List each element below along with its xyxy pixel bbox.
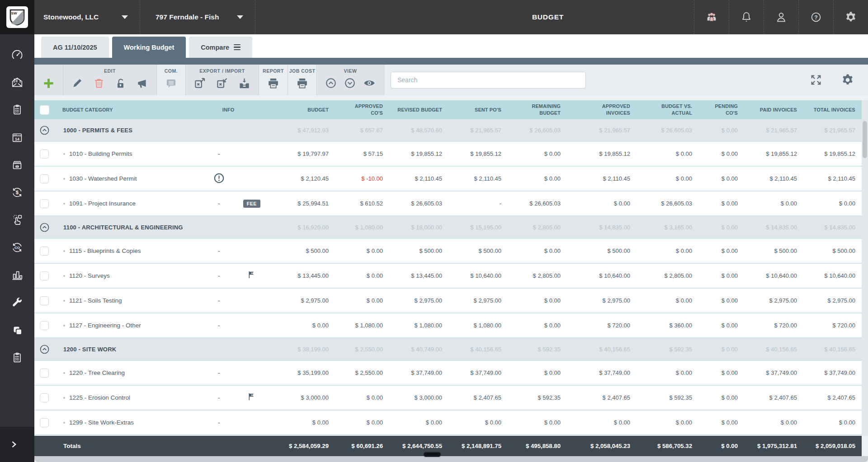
row-checkbox[interactable]: [40, 174, 49, 183]
vertical-scrollbar[interactable]: [862, 100, 868, 436]
row-checkbox[interactable]: [40, 418, 49, 427]
comments-button[interactable]: [165, 77, 177, 89]
column-header[interactable]: BUDGET CATEGORY: [54, 100, 190, 119]
svg-text:A: A: [251, 272, 253, 275]
select-all-checkbox[interactable]: [40, 105, 49, 115]
row-checkbox[interactable]: [40, 321, 49, 330]
sidebar-item-selections[interactable]: [0, 206, 34, 233]
fullscreen-button[interactable]: [809, 73, 823, 87]
budget-value: $ 1,080.00: [335, 216, 389, 238]
budget-value: $ 40,156.65: [803, 338, 862, 360]
report-print-button[interactable]: [267, 77, 279, 89]
budget-value: $ 2,975.00: [567, 289, 637, 313]
budget-category-label[interactable]: 1030 - Watershed Permit: [69, 175, 137, 182]
clipboard-icon: [10, 103, 24, 117]
budget-group-label[interactable]: 1200 - SITE WORK: [63, 346, 116, 353]
budget-category-label[interactable]: 1115 - Blueprints & Copies: [69, 247, 141, 254]
collapse-group-button[interactable]: [39, 125, 50, 135]
budget-group-label[interactable]: 1100 - ARCHITECTURAL & ENGINEERING: [63, 224, 183, 231]
budget-value: $ 610.52: [335, 191, 389, 215]
lock-button[interactable]: [115, 77, 127, 89]
sidebar-item-dashboard[interactable]: [0, 41, 34, 68]
column-header[interactable]: REMAININGBUDGET: [508, 100, 567, 119]
account-button[interactable]: [764, 0, 798, 34]
budget-group-label[interactable]: 1000 - PERMITS & FEES: [63, 127, 132, 134]
project-selector[interactable]: 797 Ferndale - Fish: [140, 0, 255, 34]
collapse-group-button[interactable]: [39, 222, 50, 233]
sidebar-item-warranty[interactable]: [0, 289, 34, 316]
search-input[interactable]: [391, 72, 586, 89]
column-header[interactable]: TOTAL INVOICES: [803, 100, 862, 119]
export-button[interactable]: [194, 77, 206, 89]
column-header[interactable]: PENDINGCO'S: [698, 100, 744, 119]
scrollbar-thumb[interactable]: [863, 121, 867, 158]
budget-value: $ 3,165.00: [637, 216, 698, 238]
sidebar-item-todos[interactable]: [0, 344, 34, 371]
sidebar-item-templates[interactable]: [0, 316, 34, 344]
flag-button[interactable]: A: [247, 271, 256, 281]
announce-button[interactable]: [137, 77, 148, 89]
budget-category-label[interactable]: 1120 - Surveys: [69, 272, 110, 279]
save-archive-button[interactable]: [238, 77, 250, 89]
row-checkbox[interactable]: [40, 393, 49, 402]
alert-button[interactable]: [213, 173, 225, 185]
column-header[interactable]: BUDGET VS.ACTUAL: [637, 100, 698, 119]
budget-value: $ 0.00: [637, 361, 698, 385]
flag-button[interactable]: A: [247, 392, 256, 403]
tab-working-budget[interactable]: Working Budget: [112, 37, 186, 58]
column-header[interactable]: REVISED BUDGET: [389, 100, 448, 119]
row-checkbox[interactable]: [40, 271, 49, 280]
tab-compare[interactable]: Compare: [189, 37, 252, 58]
notifications-button[interactable]: [729, 0, 764, 34]
company-selector[interactable]: Stonewood, LLC: [34, 0, 140, 34]
row-checkbox[interactable]: [40, 296, 49, 305]
expand-all-button[interactable]: [344, 77, 356, 89]
sidebar-item-messages[interactable]: [0, 68, 34, 96]
help-button[interactable]: ?: [798, 0, 833, 34]
column-header[interactable]: INFO: [190, 100, 267, 119]
column-header[interactable]: PAID INVOICES: [744, 100, 803, 119]
sidebar-item-reports[interactable]: [0, 261, 34, 289]
row-checkbox[interactable]: [40, 149, 49, 159]
sidebar-item-schedule[interactable]: 14: [0, 123, 34, 151]
sidebar-expand-button[interactable]: [0, 427, 34, 462]
column-header[interactable]: SENT PO'S: [448, 100, 508, 119]
budget-category-label[interactable]: 1121 - Soils Testing: [69, 297, 122, 304]
app-logo[interactable]: SW: [0, 0, 34, 34]
settings-button[interactable]: [833, 0, 868, 34]
budget-category-label[interactable]: 1127 - Engineering - Other: [69, 322, 141, 329]
sidebar-item-specs[interactable]: [0, 96, 34, 123]
toolbar-right: [805, 65, 868, 95]
row-checkbox[interactable]: [40, 369, 49, 378]
column-header[interactable]: APPROVEDINVOICES: [567, 100, 637, 119]
row-checkbox[interactable]: [40, 199, 49, 208]
collapse-group-button[interactable]: [39, 344, 50, 355]
sidebar-item-files[interactable]: [0, 151, 34, 178]
delete-button[interactable]: [93, 77, 105, 89]
add-line-button[interactable]: [42, 77, 55, 89]
import-button[interactable]: [216, 77, 228, 89]
column-header[interactable]: APPROVEDCO'S: [335, 100, 389, 119]
budget-value: $ 13,445.00: [267, 264, 335, 288]
budget-value: $ 37,749.00: [448, 361, 508, 385]
collapse-all-button[interactable]: [325, 77, 337, 89]
table-settings-button[interactable]: [841, 73, 854, 87]
visibility-button[interactable]: [363, 77, 376, 89]
team-button[interactable]: [694, 0, 729, 34]
budget-category-label[interactable]: 1225 - Erosion Control: [69, 394, 130, 401]
budget-category-label[interactable]: 1010 - Building Permits: [69, 150, 132, 157]
horizontal-scrollbar-handle[interactable]: [423, 452, 441, 457]
toolbar-edit-group: EDIT: [63, 65, 157, 95]
budget-value: $ 0.00: [744, 411, 803, 434]
sidebar-item-financials[interactable]: $: [0, 178, 34, 206]
budget-category-label[interactable]: 1091 - Project Insurance: [69, 200, 136, 207]
budget-category-label[interactable]: 1220 - Tree Clearing: [69, 369, 125, 376]
budget-category-label[interactable]: 1299 - Site Work-Extras: [69, 419, 134, 426]
tab-snapshot[interactable]: AG 11/10/2025: [41, 37, 109, 58]
budget-value: $ 500.00: [448, 239, 508, 263]
edit-button[interactable]: [71, 77, 83, 89]
row-checkbox[interactable]: [40, 247, 49, 256]
column-header[interactable]: BUDGET: [267, 100, 335, 119]
sidebar-item-change-orders[interactable]: CO: [0, 233, 34, 261]
job-cost-print-button[interactable]: [296, 77, 308, 89]
